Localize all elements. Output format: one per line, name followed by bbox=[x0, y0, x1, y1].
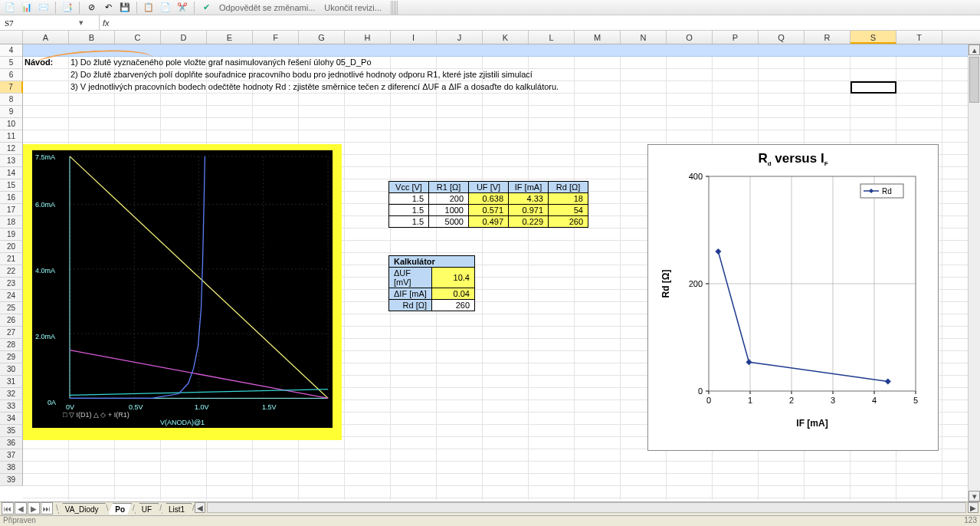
row-header-27[interactable]: 27 bbox=[0, 327, 23, 339]
toolbar-grip-icon[interactable] bbox=[391, 1, 398, 15]
scroll-down-icon[interactable]: ▾ bbox=[969, 491, 980, 501]
col-header-H[interactable]: H bbox=[345, 31, 391, 44]
check-icon[interactable]: ✔ bbox=[199, 1, 213, 15]
row-header-12[interactable]: 12 bbox=[0, 143, 23, 155]
worksheet-icon[interactable]: 📊 bbox=[20, 1, 34, 15]
horizontal-scrollbar[interactable]: ◀ ▶ bbox=[195, 502, 980, 513]
cell[interactable]: 54 bbox=[549, 205, 588, 216]
row-header-16[interactable]: 16 bbox=[0, 192, 23, 204]
col-header-O[interactable]: O bbox=[667, 31, 713, 44]
hscroll-track[interactable] bbox=[207, 502, 966, 513]
tab-list1[interactable]: List1 bbox=[162, 503, 192, 514]
row-header-9[interactable]: 9 bbox=[0, 106, 23, 118]
kalk-du-value[interactable]: 10.4 bbox=[432, 268, 475, 288]
undo-icon[interactable]: ↶ bbox=[101, 1, 115, 15]
row-header-38[interactable]: 38 bbox=[0, 462, 23, 474]
cell[interactable]: 1.5 bbox=[389, 216, 429, 228]
row-header-28[interactable]: 28 bbox=[0, 339, 23, 351]
col-header-R[interactable]: R bbox=[805, 31, 851, 44]
cell[interactable]: 0.638 bbox=[469, 193, 509, 205]
cell[interactable]: 18 bbox=[549, 193, 588, 205]
row-header-7[interactable]: 7 bbox=[0, 81, 23, 94]
tab-uf[interactable]: UF bbox=[135, 503, 159, 514]
row-header-19[interactable]: 19 bbox=[0, 228, 23, 241]
col-header-P[interactable]: P bbox=[713, 31, 759, 44]
col-header-E[interactable]: E bbox=[207, 31, 253, 44]
row-header-22[interactable]: 22 bbox=[0, 265, 23, 278]
cell[interactable]: 0.497 bbox=[469, 216, 509, 228]
cell[interactable]: 260 bbox=[549, 216, 588, 228]
page-preview-icon[interactable]: 📑 bbox=[61, 1, 74, 15]
row-header-31[interactable]: 31 bbox=[0, 376, 23, 388]
row-header-24[interactable]: 24 bbox=[0, 290, 23, 302]
row-header-39[interactable]: 39 bbox=[0, 474, 23, 486]
tab-next-icon[interactable]: ▶ bbox=[28, 502, 40, 514]
col-header-G[interactable]: G bbox=[299, 31, 345, 44]
cell[interactable]: 4.33 bbox=[509, 193, 549, 205]
row-header-4[interactable]: 4 bbox=[0, 44, 23, 57]
col-header-N[interactable]: N bbox=[621, 31, 667, 44]
hscroll-left-icon[interactable]: ◀ bbox=[195, 502, 205, 513]
row-header-18[interactable]: 18 bbox=[0, 216, 23, 228]
cell[interactable]: 200 bbox=[429, 193, 469, 205]
row-header-13[interactable]: 13 bbox=[0, 155, 23, 167]
tab-va-diody[interactable]: VA_Diody bbox=[58, 503, 106, 514]
row-header-14[interactable]: 14 bbox=[0, 167, 23, 179]
worksheet[interactable]: Návod: 1) Do žlutě vyznačeného pole vlož… bbox=[23, 44, 980, 500]
col-header-C[interactable]: C bbox=[115, 31, 161, 44]
hscroll-right-icon[interactable]: ▶ bbox=[968, 502, 978, 513]
cell[interactable]: 1.5 bbox=[389, 205, 429, 216]
row-header-11[interactable]: 11 bbox=[0, 130, 23, 143]
row-header-35[interactable]: 35 bbox=[0, 425, 23, 437]
cell[interactable]: 1000 bbox=[429, 205, 469, 216]
col-header-K[interactable]: K bbox=[483, 31, 529, 44]
col-header-T[interactable]: T bbox=[896, 31, 942, 44]
new-doc-icon[interactable]: 📄 bbox=[3, 1, 17, 15]
row-header-32[interactable]: 32 bbox=[0, 388, 23, 400]
col-header-Q[interactable]: Q bbox=[759, 31, 805, 44]
row-header-26[interactable]: 26 bbox=[0, 314, 23, 327]
select-all-corner[interactable] bbox=[0, 31, 23, 44]
row-header-37[interactable]: 37 bbox=[0, 449, 23, 462]
scroll-up-icon[interactable]: ▴ bbox=[969, 44, 980, 55]
pspice-plot[interactable]: 7.5mA 6.0mA 4.0mA 2.0mA 0A 0V 0.5V 1.0V … bbox=[23, 144, 342, 440]
col-header-D[interactable]: D bbox=[161, 31, 207, 44]
name-box-dropdown-icon[interactable]: ▾ bbox=[75, 18, 87, 28]
col-header-B[interactable]: B bbox=[69, 31, 115, 44]
envelope-icon[interactable]: ✉️ bbox=[37, 1, 51, 15]
tab-first-icon[interactable]: ⏮ bbox=[2, 502, 14, 514]
reply-with-changes-link[interactable]: Odpovědět se změnami... bbox=[216, 3, 318, 12]
grid-area[interactable]: 4567891011121314151617181920212223242526… bbox=[0, 44, 980, 500]
row-header-15[interactable]: 15 bbox=[0, 179, 23, 192]
cell-reference-input[interactable] bbox=[0, 18, 75, 28]
selected-cell-S7[interactable] bbox=[851, 81, 896, 94]
col-header-M[interactable]: M bbox=[575, 31, 621, 44]
col-header-I[interactable]: I bbox=[391, 31, 437, 44]
row-header-23[interactable]: 23 bbox=[0, 278, 23, 290]
paste-icon[interactable]: 📄 bbox=[159, 1, 172, 15]
cell[interactable]: 0.971 bbox=[509, 205, 549, 216]
row-header-6[interactable]: 6 bbox=[0, 69, 23, 81]
fx-icon[interactable]: fx bbox=[103, 18, 110, 28]
row-header-20[interactable]: 20 bbox=[0, 241, 23, 253]
row-header-21[interactable]: 21 bbox=[0, 253, 23, 265]
cell[interactable]: 0.229 bbox=[509, 216, 549, 228]
row-header-30[interactable]: 30 bbox=[0, 363, 23, 376]
cut-icon[interactable]: ✂️ bbox=[175, 1, 189, 15]
cell[interactable]: 1.5 bbox=[389, 193, 429, 205]
col-header-J[interactable]: J bbox=[437, 31, 483, 44]
col-header-S[interactable]: S bbox=[851, 31, 896, 44]
row-header-5[interactable]: 5 bbox=[0, 57, 23, 69]
cancel-icon[interactable]: ⊘ bbox=[84, 1, 98, 15]
kalk-di-value[interactable]: 0.04 bbox=[432, 288, 475, 300]
row-header-33[interactable]: 33 bbox=[0, 400, 23, 413]
col-header-F[interactable]: F bbox=[253, 31, 299, 44]
cell[interactable]: 0.571 bbox=[469, 205, 509, 216]
row-header-25[interactable]: 25 bbox=[0, 302, 23, 314]
row-header-17[interactable]: 17 bbox=[0, 204, 23, 216]
tab-po[interactable]: Po bbox=[108, 503, 132, 514]
save-icon[interactable]: 💾 bbox=[118, 1, 132, 15]
vertical-scrollbar[interactable]: ▴ ▾ bbox=[968, 44, 980, 501]
tab-prev-icon[interactable]: ◀ bbox=[15, 502, 27, 514]
row-header-34[interactable]: 34 bbox=[0, 413, 23, 425]
